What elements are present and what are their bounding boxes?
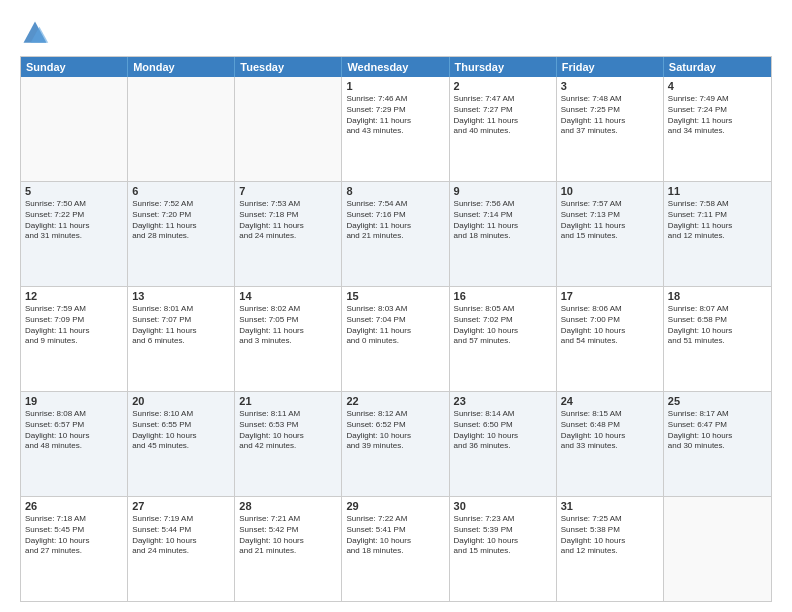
day-info: Sunrise: 8:03 AM Sunset: 7:04 PM Dayligh… (346, 304, 444, 347)
day-info: Sunrise: 8:11 AM Sunset: 6:53 PM Dayligh… (239, 409, 337, 452)
day-number: 12 (25, 290, 123, 302)
day-number: 18 (668, 290, 767, 302)
calendar-row-2: 12Sunrise: 7:59 AM Sunset: 7:09 PM Dayli… (21, 286, 771, 391)
weekday-header-wednesday: Wednesday (342, 57, 449, 77)
day-number: 14 (239, 290, 337, 302)
day-info: Sunrise: 7:49 AM Sunset: 7:24 PM Dayligh… (668, 94, 767, 137)
weekday-header-sunday: Sunday (21, 57, 128, 77)
day-number: 4 (668, 80, 767, 92)
day-cell-5: 5Sunrise: 7:50 AM Sunset: 7:22 PM Daylig… (21, 182, 128, 286)
day-cell-3: 3Sunrise: 7:48 AM Sunset: 7:25 PM Daylig… (557, 77, 664, 181)
day-cell-22: 22Sunrise: 8:12 AM Sunset: 6:52 PM Dayli… (342, 392, 449, 496)
day-number: 9 (454, 185, 552, 197)
day-number: 1 (346, 80, 444, 92)
calendar-body: 1Sunrise: 7:46 AM Sunset: 7:29 PM Daylig… (21, 77, 771, 601)
day-info: Sunrise: 7:21 AM Sunset: 5:42 PM Dayligh… (239, 514, 337, 557)
day-number: 27 (132, 500, 230, 512)
day-info: Sunrise: 7:59 AM Sunset: 7:09 PM Dayligh… (25, 304, 123, 347)
weekday-header-tuesday: Tuesday (235, 57, 342, 77)
day-number: 22 (346, 395, 444, 407)
empty-cell (235, 77, 342, 181)
logo-icon (20, 18, 50, 48)
day-number: 16 (454, 290, 552, 302)
day-info: Sunrise: 7:46 AM Sunset: 7:29 PM Dayligh… (346, 94, 444, 137)
empty-cell (664, 497, 771, 601)
day-number: 10 (561, 185, 659, 197)
day-number: 3 (561, 80, 659, 92)
day-cell-25: 25Sunrise: 8:17 AM Sunset: 6:47 PM Dayli… (664, 392, 771, 496)
day-cell-21: 21Sunrise: 8:11 AM Sunset: 6:53 PM Dayli… (235, 392, 342, 496)
day-cell-12: 12Sunrise: 7:59 AM Sunset: 7:09 PM Dayli… (21, 287, 128, 391)
day-cell-8: 8Sunrise: 7:54 AM Sunset: 7:16 PM Daylig… (342, 182, 449, 286)
day-number: 11 (668, 185, 767, 197)
day-info: Sunrise: 8:10 AM Sunset: 6:55 PM Dayligh… (132, 409, 230, 452)
day-cell-19: 19Sunrise: 8:08 AM Sunset: 6:57 PM Dayli… (21, 392, 128, 496)
weekday-header-friday: Friday (557, 57, 664, 77)
day-cell-13: 13Sunrise: 8:01 AM Sunset: 7:07 PM Dayli… (128, 287, 235, 391)
day-info: Sunrise: 8:02 AM Sunset: 7:05 PM Dayligh… (239, 304, 337, 347)
day-number: 2 (454, 80, 552, 92)
day-cell-15: 15Sunrise: 8:03 AM Sunset: 7:04 PM Dayli… (342, 287, 449, 391)
day-info: Sunrise: 7:53 AM Sunset: 7:18 PM Dayligh… (239, 199, 337, 242)
day-info: Sunrise: 7:19 AM Sunset: 5:44 PM Dayligh… (132, 514, 230, 557)
page: SundayMondayTuesdayWednesdayThursdayFrid… (0, 0, 792, 612)
day-cell-24: 24Sunrise: 8:15 AM Sunset: 6:48 PM Dayli… (557, 392, 664, 496)
day-info: Sunrise: 7:48 AM Sunset: 7:25 PM Dayligh… (561, 94, 659, 137)
day-cell-9: 9Sunrise: 7:56 AM Sunset: 7:14 PM Daylig… (450, 182, 557, 286)
weekday-header-monday: Monday (128, 57, 235, 77)
day-info: Sunrise: 7:25 AM Sunset: 5:38 PM Dayligh… (561, 514, 659, 557)
calendar-row-4: 26Sunrise: 7:18 AM Sunset: 5:45 PM Dayli… (21, 496, 771, 601)
day-number: 7 (239, 185, 337, 197)
day-info: Sunrise: 8:07 AM Sunset: 6:58 PM Dayligh… (668, 304, 767, 347)
day-info: Sunrise: 7:22 AM Sunset: 5:41 PM Dayligh… (346, 514, 444, 557)
day-cell-20: 20Sunrise: 8:10 AM Sunset: 6:55 PM Dayli… (128, 392, 235, 496)
day-info: Sunrise: 8:08 AM Sunset: 6:57 PM Dayligh… (25, 409, 123, 452)
day-info: Sunrise: 7:56 AM Sunset: 7:14 PM Dayligh… (454, 199, 552, 242)
day-number: 28 (239, 500, 337, 512)
calendar-row-1: 5Sunrise: 7:50 AM Sunset: 7:22 PM Daylig… (21, 181, 771, 286)
day-cell-28: 28Sunrise: 7:21 AM Sunset: 5:42 PM Dayli… (235, 497, 342, 601)
day-info: Sunrise: 8:01 AM Sunset: 7:07 PM Dayligh… (132, 304, 230, 347)
day-number: 20 (132, 395, 230, 407)
day-number: 26 (25, 500, 123, 512)
day-cell-30: 30Sunrise: 7:23 AM Sunset: 5:39 PM Dayli… (450, 497, 557, 601)
day-info: Sunrise: 7:47 AM Sunset: 7:27 PM Dayligh… (454, 94, 552, 137)
day-info: Sunrise: 7:52 AM Sunset: 7:20 PM Dayligh… (132, 199, 230, 242)
day-number: 31 (561, 500, 659, 512)
day-number: 29 (346, 500, 444, 512)
day-cell-7: 7Sunrise: 7:53 AM Sunset: 7:18 PM Daylig… (235, 182, 342, 286)
day-number: 21 (239, 395, 337, 407)
calendar: SundayMondayTuesdayWednesdayThursdayFrid… (20, 56, 772, 602)
day-number: 13 (132, 290, 230, 302)
day-number: 24 (561, 395, 659, 407)
empty-cell (128, 77, 235, 181)
day-cell-16: 16Sunrise: 8:05 AM Sunset: 7:02 PM Dayli… (450, 287, 557, 391)
day-info: Sunrise: 7:54 AM Sunset: 7:16 PM Dayligh… (346, 199, 444, 242)
day-info: Sunrise: 8:05 AM Sunset: 7:02 PM Dayligh… (454, 304, 552, 347)
day-cell-14: 14Sunrise: 8:02 AM Sunset: 7:05 PM Dayli… (235, 287, 342, 391)
day-number: 5 (25, 185, 123, 197)
day-info: Sunrise: 7:57 AM Sunset: 7:13 PM Dayligh… (561, 199, 659, 242)
day-number: 17 (561, 290, 659, 302)
day-cell-29: 29Sunrise: 7:22 AM Sunset: 5:41 PM Dayli… (342, 497, 449, 601)
empty-cell (21, 77, 128, 181)
day-info: Sunrise: 7:23 AM Sunset: 5:39 PM Dayligh… (454, 514, 552, 557)
day-number: 6 (132, 185, 230, 197)
day-info: Sunrise: 8:14 AM Sunset: 6:50 PM Dayligh… (454, 409, 552, 452)
day-info: Sunrise: 8:06 AM Sunset: 7:00 PM Dayligh… (561, 304, 659, 347)
day-number: 25 (668, 395, 767, 407)
day-cell-4: 4Sunrise: 7:49 AM Sunset: 7:24 PM Daylig… (664, 77, 771, 181)
day-cell-10: 10Sunrise: 7:57 AM Sunset: 7:13 PM Dayli… (557, 182, 664, 286)
weekday-header-thursday: Thursday (450, 57, 557, 77)
day-info: Sunrise: 7:58 AM Sunset: 7:11 PM Dayligh… (668, 199, 767, 242)
day-cell-26: 26Sunrise: 7:18 AM Sunset: 5:45 PM Dayli… (21, 497, 128, 601)
day-cell-1: 1Sunrise: 7:46 AM Sunset: 7:29 PM Daylig… (342, 77, 449, 181)
day-number: 23 (454, 395, 552, 407)
day-number: 15 (346, 290, 444, 302)
day-cell-6: 6Sunrise: 7:52 AM Sunset: 7:20 PM Daylig… (128, 182, 235, 286)
day-cell-18: 18Sunrise: 8:07 AM Sunset: 6:58 PM Dayli… (664, 287, 771, 391)
day-info: Sunrise: 7:18 AM Sunset: 5:45 PM Dayligh… (25, 514, 123, 557)
day-cell-17: 17Sunrise: 8:06 AM Sunset: 7:00 PM Dayli… (557, 287, 664, 391)
day-number: 19 (25, 395, 123, 407)
weekday-header-saturday: Saturday (664, 57, 771, 77)
